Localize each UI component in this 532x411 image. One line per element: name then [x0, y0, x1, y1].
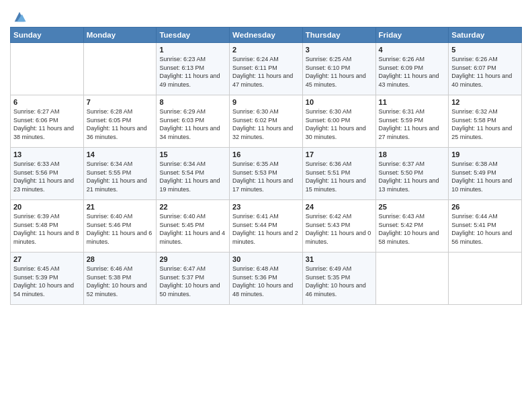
- calendar-cell: 6Sunrise: 6:27 AMSunset: 6:06 PMDaylight…: [11, 95, 84, 148]
- calendar-cell: 12Sunrise: 6:32 AMSunset: 5:58 PMDayligh…: [449, 95, 522, 148]
- calendar-cell: 9Sunrise: 6:30 AMSunset: 6:02 PMDaylight…: [230, 95, 303, 148]
- day-info: Sunrise: 6:29 AMSunset: 6:03 PMDaylight:…: [159, 107, 226, 141]
- calendar-cell: 22Sunrise: 6:40 AMSunset: 5:45 PMDayligh…: [157, 200, 230, 253]
- calendar-cell: [83, 43, 157, 95]
- calendar-cell: 16Sunrise: 6:35 AMSunset: 5:53 PMDayligh…: [230, 148, 303, 200]
- day-number: 21: [87, 203, 154, 211]
- day-number: 6: [13, 98, 81, 106]
- calendar-cell: 21Sunrise: 6:40 AMSunset: 5:46 PMDayligh…: [83, 200, 157, 253]
- logo-icon: [12, 9, 27, 24]
- day-info: Sunrise: 6:34 AMSunset: 5:54 PMDaylight:…: [159, 160, 226, 193]
- calendar-cell: 30Sunrise: 6:48 AMSunset: 5:36 PMDayligh…: [230, 253, 303, 305]
- day-number: 26: [451, 203, 519, 211]
- header-thursday: Thursday: [302, 28, 375, 43]
- calendar-cell: [375, 253, 449, 305]
- calendar-cell: 17Sunrise: 6:36 AMSunset: 5:51 PMDayligh…: [302, 148, 375, 200]
- day-info: Sunrise: 6:49 AMSunset: 5:35 PMDaylight:…: [306, 265, 373, 298]
- day-info: Sunrise: 6:25 AMSunset: 6:10 PMDaylight:…: [306, 55, 373, 89]
- day-info: Sunrise: 6:47 AMSunset: 5:37 PMDaylight:…: [159, 265, 226, 298]
- day-info: Sunrise: 6:43 AMSunset: 5:42 PMDaylight:…: [379, 212, 446, 246]
- header-sunday: Sunday: [11, 28, 84, 43]
- calendar-cell: 3Sunrise: 6:25 AMSunset: 6:10 PMDaylight…: [302, 43, 375, 95]
- day-number: 17: [306, 150, 373, 158]
- day-number: 30: [232, 255, 300, 263]
- day-number: 5: [451, 46, 519, 54]
- day-number: 15: [159, 150, 226, 158]
- day-info: Sunrise: 6:42 AMSunset: 5:43 PMDaylight:…: [306, 212, 373, 246]
- day-info: Sunrise: 6:41 AMSunset: 5:44 PMDaylight:…: [232, 212, 300, 246]
- calendar-cell: 29Sunrise: 6:47 AMSunset: 5:37 PMDayligh…: [157, 253, 230, 305]
- week-row-2: 6Sunrise: 6:27 AMSunset: 6:06 PMDaylight…: [11, 95, 522, 148]
- calendar-cell: [449, 253, 522, 305]
- day-number: 27: [13, 255, 81, 263]
- day-info: Sunrise: 6:36 AMSunset: 5:51 PMDaylight:…: [306, 160, 373, 193]
- day-number: 14: [87, 150, 154, 158]
- day-info: Sunrise: 6:32 AMSunset: 5:58 PMDaylight:…: [451, 107, 519, 141]
- day-number: 29: [159, 255, 226, 263]
- day-number: 3: [306, 46, 373, 54]
- day-info: Sunrise: 6:46 AMSunset: 5:38 PMDaylight:…: [87, 265, 154, 298]
- calendar-cell: 5Sunrise: 6:26 AMSunset: 6:07 PMDaylight…: [449, 43, 522, 95]
- day-number: 19: [451, 150, 519, 158]
- day-number: 31: [306, 255, 373, 263]
- header-friday: Friday: [375, 28, 449, 43]
- calendar-cell: 27Sunrise: 6:45 AMSunset: 5:39 PMDayligh…: [11, 253, 84, 305]
- day-info: Sunrise: 6:23 AMSunset: 6:13 PMDaylight:…: [159, 55, 226, 89]
- header-monday: Monday: [83, 28, 157, 43]
- day-info: Sunrise: 6:27 AMSunset: 6:06 PMDaylight:…: [13, 107, 81, 141]
- day-info: Sunrise: 6:34 AMSunset: 5:55 PMDaylight:…: [87, 160, 154, 193]
- day-number: 24: [306, 203, 373, 211]
- day-number: 7: [87, 98, 154, 106]
- day-info: Sunrise: 6:38 AMSunset: 5:49 PMDaylight:…: [451, 160, 519, 193]
- day-info: Sunrise: 6:39 AMSunset: 5:48 PMDaylight:…: [13, 212, 81, 246]
- header-saturday: Saturday: [449, 28, 522, 43]
- calendar-cell: 18Sunrise: 6:37 AMSunset: 5:50 PMDayligh…: [375, 148, 449, 200]
- day-number: 23: [232, 203, 300, 211]
- week-row-5: 27Sunrise: 6:45 AMSunset: 5:39 PMDayligh…: [11, 253, 522, 305]
- day-number: 10: [306, 98, 373, 106]
- calendar-cell: 20Sunrise: 6:39 AMSunset: 5:48 PMDayligh…: [11, 200, 84, 253]
- calendar-cell: 25Sunrise: 6:43 AMSunset: 5:42 PMDayligh…: [375, 200, 449, 253]
- calendar-cell: 26Sunrise: 6:44 AMSunset: 5:41 PMDayligh…: [449, 200, 522, 253]
- day-info: Sunrise: 6:37 AMSunset: 5:50 PMDaylight:…: [379, 160, 446, 193]
- day-number: 20: [13, 203, 81, 211]
- calendar-cell: 19Sunrise: 6:38 AMSunset: 5:49 PMDayligh…: [449, 148, 522, 200]
- day-info: Sunrise: 6:24 AMSunset: 6:11 PMDaylight:…: [232, 55, 300, 89]
- calendar-cell: 15Sunrise: 6:34 AMSunset: 5:54 PMDayligh…: [157, 148, 230, 200]
- header-wednesday: Wednesday: [230, 28, 303, 43]
- calendar-cell: 31Sunrise: 6:49 AMSunset: 5:35 PMDayligh…: [302, 253, 375, 305]
- day-number: 25: [379, 203, 446, 211]
- calendar-cell: 1Sunrise: 6:23 AMSunset: 6:13 PMDaylight…: [157, 43, 230, 95]
- calendar-table: SundayMondayTuesdayWednesdayThursdayFrid…: [10, 27, 522, 305]
- day-info: Sunrise: 6:35 AMSunset: 5:53 PMDaylight:…: [232, 160, 300, 193]
- calendar-cell: 4Sunrise: 6:26 AMSunset: 6:09 PMDaylight…: [375, 43, 449, 95]
- day-info: Sunrise: 6:26 AMSunset: 6:09 PMDaylight:…: [379, 55, 446, 89]
- day-info: Sunrise: 6:45 AMSunset: 5:39 PMDaylight:…: [13, 265, 81, 298]
- calendar-cell: 13Sunrise: 6:33 AMSunset: 5:56 PMDayligh…: [11, 148, 84, 200]
- day-number: 18: [379, 150, 446, 158]
- day-info: Sunrise: 6:33 AMSunset: 5:56 PMDaylight:…: [13, 160, 81, 193]
- day-info: Sunrise: 6:44 AMSunset: 5:41 PMDaylight:…: [451, 212, 519, 246]
- day-number: 11: [379, 98, 446, 106]
- week-row-3: 13Sunrise: 6:33 AMSunset: 5:56 PMDayligh…: [11, 148, 522, 200]
- day-number: 9: [232, 98, 300, 106]
- calendar-cell: 11Sunrise: 6:31 AMSunset: 5:59 PMDayligh…: [375, 95, 449, 148]
- calendar-cell: [11, 43, 84, 95]
- day-number: 12: [451, 98, 519, 106]
- calendar-cell: 23Sunrise: 6:41 AMSunset: 5:44 PMDayligh…: [230, 200, 303, 253]
- day-info: Sunrise: 6:40 AMSunset: 5:45 PMDaylight:…: [159, 212, 226, 246]
- page-header: [10, 7, 522, 24]
- day-number: 8: [159, 98, 226, 106]
- day-number: 13: [13, 150, 81, 158]
- day-info: Sunrise: 6:30 AMSunset: 6:02 PMDaylight:…: [232, 107, 300, 141]
- header-tuesday: Tuesday: [157, 28, 230, 43]
- week-row-1: 1Sunrise: 6:23 AMSunset: 6:13 PMDaylight…: [11, 43, 522, 95]
- week-row-4: 20Sunrise: 6:39 AMSunset: 5:48 PMDayligh…: [11, 200, 522, 253]
- calendar-header-row: SundayMondayTuesdayWednesdayThursdayFrid…: [11, 28, 522, 43]
- calendar-cell: 8Sunrise: 6:29 AMSunset: 6:03 PMDaylight…: [157, 95, 230, 148]
- day-number: 1: [159, 46, 226, 54]
- day-number: 28: [87, 255, 154, 263]
- calendar-cell: 24Sunrise: 6:42 AMSunset: 5:43 PMDayligh…: [302, 200, 375, 253]
- calendar-cell: 7Sunrise: 6:28 AMSunset: 6:05 PMDaylight…: [83, 95, 157, 148]
- day-info: Sunrise: 6:48 AMSunset: 5:36 PMDaylight:…: [232, 265, 300, 298]
